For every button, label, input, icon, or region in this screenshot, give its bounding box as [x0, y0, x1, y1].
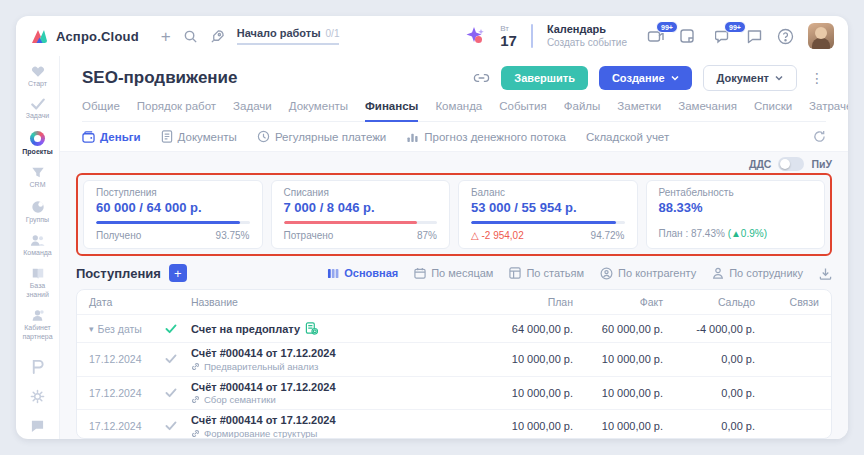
date-widget[interactable]: Вт 17	[500, 25, 517, 48]
tab-files[interactable]: Файлы	[564, 100, 601, 122]
tab-lists[interactable]: Списки	[754, 100, 792, 122]
clock-icon	[257, 130, 270, 143]
team-icon	[30, 234, 45, 247]
table-title: Поступления	[76, 266, 161, 281]
create-button[interactable]: Создание	[599, 66, 692, 90]
rocket-icon[interactable]	[210, 29, 225, 44]
sidebar-item-tasks[interactable]: Задачи	[18, 98, 57, 120]
help-icon[interactable]	[777, 28, 794, 45]
document-button[interactable]: Документ	[703, 65, 797, 91]
more-options-icon[interactable]: ⋮	[808, 70, 826, 86]
topbar-right: Вт 17 Календарь Создать событие 99+ 99+	[464, 23, 834, 49]
notifications-badge: 99+	[724, 21, 746, 33]
calendar-create-event: Создать событие	[547, 37, 627, 50]
view-by-employee[interactable]: По сотруднику	[712, 267, 803, 279]
expand-caret-icon[interactable]: ▾	[89, 324, 94, 334]
ai-assistant-icon[interactable]	[464, 26, 486, 46]
sidebar-item-crm[interactable]: CRM	[18, 166, 57, 189]
copy-link-icon[interactable]	[473, 71, 490, 85]
table-row[interactable]: 17.12.2024 Счёт #000414 от 17.12.2024 Пр…	[77, 343, 831, 377]
messages-badge: 99+	[656, 21, 678, 33]
settings-icon[interactable]	[30, 389, 45, 404]
tab-work-order[interactable]: Порядок работ	[137, 100, 216, 122]
piu-label[interactable]: ПиУ	[811, 158, 832, 170]
export-download-icon[interactable]	[819, 267, 832, 280]
subtab-money[interactable]: Деньги	[82, 131, 141, 143]
tab-time-spent[interactable]: Затраченное время	[809, 100, 848, 122]
sidebar: Старт Задачи Проекты CRM Группы Команда	[16, 56, 60, 439]
tab-documents[interactable]: Документы	[289, 100, 348, 122]
table-row[interactable]: ▾Без даты Счет на предоплату 64 000,00 р…	[77, 315, 831, 343]
card-expenses[interactable]: Списания 7 000 / 8 046 р. Потрачено 87%	[271, 180, 451, 249]
projects-icon	[30, 131, 45, 146]
card-income[interactable]: Поступления 60 000 / 64 000 р. Получено …	[83, 180, 263, 249]
feedback-chat-icon[interactable]	[30, 419, 45, 433]
calendar-widget[interactable]: Календарь Создать событие	[547, 23, 627, 49]
groups-icon	[31, 200, 45, 214]
finance-subtabs: Деньги Документы Регулярные платежи Прог…	[60, 122, 848, 152]
subtab-recurring-payments[interactable]: Регулярные платежи	[257, 130, 386, 143]
expenses-progress	[284, 221, 438, 224]
notifications-icon[interactable]: 99+	[715, 28, 732, 44]
sidebar-item-team[interactable]: Команда	[18, 234, 57, 257]
chevron-down-icon	[775, 75, 783, 81]
income-table: Дата Название План Факт Сальдо Связи ▾Бе…	[76, 289, 832, 439]
tab-team[interactable]: Команда	[435, 100, 482, 122]
brand[interactable]: Аспро.Cloud	[30, 28, 139, 45]
add-income-button[interactable]: +	[169, 264, 187, 282]
search-icon[interactable]	[183, 29, 198, 44]
sidebar-item-partner-cabinet[interactable]: Кабинет партнера	[18, 309, 57, 341]
tab-finance[interactable]: Финансы	[365, 100, 418, 122]
main-content: SEO-продвижение Завершить Создание Докум…	[60, 56, 848, 439]
project-header: SEO-продвижение Завершить Создание Докум…	[60, 56, 848, 122]
partner-program-icon[interactable]	[30, 359, 45, 374]
status-check-icon	[165, 388, 191, 398]
desktop-background: Аспро.Cloud + Начало работы 0/1 Вт 17 Ка…	[0, 0, 864, 455]
table-row[interactable]: 17.12.2024 Счёт #000414 от 17.12.2024 Сб…	[77, 377, 831, 411]
tab-events[interactable]: События	[499, 100, 546, 122]
onboarding-progress[interactable]: Начало работы 0/1	[237, 27, 340, 45]
status-check-icon	[165, 354, 191, 364]
notes-icon[interactable]	[679, 28, 695, 44]
page-title: SEO-продвижение	[82, 68, 238, 88]
onboarding-label: Начало работы	[237, 27, 321, 39]
sidebar-item-groups[interactable]: Группы	[18, 200, 57, 224]
project-tabs: Общие Порядок работ Задачи Документы Фин…	[82, 100, 826, 122]
view-by-articles[interactable]: По статьям	[509, 267, 584, 279]
subtab-cashflow-forecast[interactable]: Прогноз денежного потока	[406, 131, 566, 143]
tab-general[interactable]: Общие	[82, 100, 120, 122]
view-by-counterparty[interactable]: По контрагенту	[600, 267, 696, 280]
balance-delta: △ -2 954,02	[471, 230, 524, 241]
tab-notes[interactable]: Заметки	[617, 100, 661, 122]
user-avatar[interactable]	[808, 23, 834, 49]
columns-icon	[327, 268, 339, 279]
card-profitability[interactable]: Рентабельность 88.33% План : 87.43% (▲0.…	[646, 180, 826, 249]
tab-remarks[interactable]: Замечания	[678, 100, 737, 122]
table-icon	[509, 267, 521, 279]
start-icon	[31, 65, 45, 78]
quick-add-button[interactable]: +	[161, 28, 171, 45]
dds-piu-toggle[interactable]	[778, 157, 804, 171]
status-check-icon	[165, 324, 191, 334]
view-by-months[interactable]: По месяцам	[414, 267, 493, 279]
onboarding-count: 0/1	[326, 28, 340, 39]
chat-icon[interactable]	[746, 28, 763, 44]
dds-label[interactable]: ДДС	[749, 158, 772, 170]
calendar-title: Календарь	[547, 23, 627, 37]
card-balance[interactable]: Баланс 53 000 / 55 954 р. △ -2 954,02 94…	[458, 180, 638, 249]
balance-progress	[471, 221, 625, 224]
divider	[531, 24, 533, 48]
messages-icon[interactable]: 99+	[647, 28, 665, 44]
link-icon	[191, 429, 200, 438]
subtab-documents[interactable]: Документы	[161, 130, 237, 143]
refresh-icon[interactable]	[813, 130, 826, 143]
sidebar-item-start[interactable]: Старт	[18, 65, 57, 88]
table-section-header: Поступления + Основная По месяцам	[76, 264, 832, 282]
table-row[interactable]: 17.12.2024 Счёт #000414 от 17.12.2024 Фо…	[77, 410, 831, 439]
view-main[interactable]: Основная	[327, 267, 398, 279]
sidebar-item-projects[interactable]: Проекты	[18, 131, 57, 156]
finish-button[interactable]: Завершить	[501, 66, 588, 90]
sidebar-item-knowledge-base[interactable]: База знаний	[18, 267, 57, 299]
tab-tasks[interactable]: Задачи	[233, 100, 272, 122]
subtab-warehouse[interactable]: Складской учет	[586, 131, 669, 143]
